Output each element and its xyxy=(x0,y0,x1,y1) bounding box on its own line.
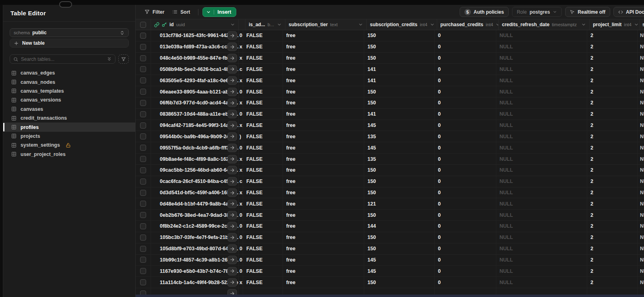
realtime-toggle-button[interactable]: Realtime off xyxy=(565,7,610,17)
cell-id[interactable]: 09cac5bb-1256-46bd-ab60-64ed... xyxy=(151,165,239,176)
cell-frag[interactable]: c xyxy=(239,64,243,75)
cell-refresh[interactable]: NULL xyxy=(496,120,587,131)
cell-is_admin[interactable]: FALSE xyxy=(243,30,283,41)
table-row[interactable]: 10b99c1f-4857-4c39-a8b1-263b8...0FALSEfr… xyxy=(136,255,644,266)
cell-is_admin[interactable]: FALSE xyxy=(243,165,283,176)
cell-limit[interactable]: 2 xyxy=(587,75,638,86)
cell-id[interactable]: 0d48e4d4-b1bf-4479-9a8b-4a4b... xyxy=(151,198,239,209)
cell-last[interactable]: NULL xyxy=(638,221,644,232)
row-checkbox[interactable] xyxy=(140,291,146,295)
cell-limit[interactable]: 2 xyxy=(587,221,638,232)
cell-purchased[interactable]: 0 xyxy=(435,75,496,86)
cell-frag[interactable]: x xyxy=(239,154,243,164)
cell-limit[interactable]: 2 xyxy=(587,198,638,209)
api-docs-button[interactable]: API Docs xyxy=(613,7,644,17)
table-row[interactable]: 09557f5a-0dcb-4cb9-a6fb-fff366...0FALSEf… xyxy=(136,142,644,154)
cell-tier[interactable]: free xyxy=(283,120,364,131)
table-row[interactable]: 013e039a-fd89-473a-a3c6-ccfa9...xFALSEfr… xyxy=(136,42,644,53)
cell-tier[interactable]: free xyxy=(283,53,364,64)
cell-last[interactable]: NULL xyxy=(638,255,644,266)
sidebar-item-profiles[interactable]: profiles xyxy=(3,123,135,131)
expand-row-button[interactable] xyxy=(227,31,237,40)
table-row[interactable]: 0508b94b-5ee2-4626-bca1-4bca...cFALSEfre… xyxy=(136,64,644,75)
cell-last[interactable] xyxy=(638,288,644,295)
cell-id[interactable]: 10b99c1f-4857-4c39-a8b1-263b8... xyxy=(151,255,239,266)
cell-frag[interactable]: 0 xyxy=(239,232,243,243)
row-checkbox[interactable] xyxy=(140,111,146,117)
cell-frag[interactable]: x xyxy=(239,277,243,288)
cell-is_admin[interactable]: FALSE xyxy=(243,75,283,86)
cell-sub_credits[interactable]: 150 xyxy=(364,176,435,187)
cell-sub_credits[interactable]: 145 xyxy=(364,142,435,153)
cell-id[interactable]: 1167e930-e5b0-43b7-b74c-788c9... xyxy=(151,266,239,276)
cell-id[interactable]: 08386537-10d4-488a-a11e-eb5a6... xyxy=(151,109,239,120)
cell-frag[interactable]: 0 xyxy=(239,221,243,232)
cell-purchased[interactable]: 0 xyxy=(435,86,496,97)
cell-tier[interactable]: free xyxy=(283,232,364,243)
row-checkbox[interactable] xyxy=(140,156,146,162)
cell-limit[interactable]: 2 xyxy=(587,187,638,198)
cell-purchased[interactable]: 0 xyxy=(435,266,496,276)
column-header-frag[interactable] xyxy=(239,19,246,30)
cell-last[interactable]: NULL xyxy=(638,266,644,276)
row-checkbox[interactable] xyxy=(140,33,146,39)
table-row[interactable]: 0f8b24e2-c1c2-4589-99ce-2c52d...0FALSEfr… xyxy=(136,221,644,232)
cell-sub_credits[interactable]: 150 xyxy=(364,98,435,108)
cell-is_admin[interactable]: FALSE xyxy=(243,176,283,187)
cell-limit[interactable]: 2 xyxy=(587,42,638,52)
cell-purchased[interactable]: 0 xyxy=(435,109,496,120)
cell-last[interactable]: NULL xyxy=(638,198,644,209)
cell-refresh[interactable]: NULL xyxy=(496,98,587,108)
cell-purchased[interactable]: 0 xyxy=(435,277,496,288)
cell-last[interactable]: NULL xyxy=(638,154,644,164)
cell-refresh[interactable]: NULL xyxy=(496,53,587,64)
cell-frag[interactable]: x xyxy=(239,187,243,198)
expand-row-button[interactable] xyxy=(227,155,237,163)
cell-refresh[interactable]: NULL xyxy=(496,42,587,52)
cell-refresh[interactable]: NULL xyxy=(496,210,587,220)
cell-last[interactable]: NULL xyxy=(638,53,644,64)
row-checkbox[interactable] xyxy=(140,212,146,218)
cell-id[interactable]: 013cf78d-1625-43fc-9961-442189... xyxy=(151,30,239,41)
cell-purchased[interactable]: 0 xyxy=(435,98,496,108)
cell-refresh[interactable]: NULL xyxy=(496,86,587,97)
search-tables-input[interactable] xyxy=(21,56,104,62)
cell-frag[interactable]: 0 xyxy=(239,109,243,120)
cell-is_admin[interactable]: FALSE xyxy=(243,154,283,164)
cell-tier[interactable]: free xyxy=(283,154,364,164)
cell-limit[interactable]: 2 xyxy=(587,210,638,220)
cell-is_admin[interactable]: FALSE xyxy=(243,42,283,52)
cell-frag[interactable]: x xyxy=(239,53,243,64)
row-checkbox[interactable] xyxy=(140,145,146,151)
cell-sub_credits[interactable]: 150 xyxy=(364,30,435,41)
cell-tier[interactable]: free xyxy=(283,86,364,97)
cell-last[interactable]: NULL xyxy=(638,277,644,288)
cell-frag[interactable]: c xyxy=(239,176,243,187)
cell-limit[interactable]: 2 xyxy=(587,120,638,131)
cell-tier[interactable]: free xyxy=(283,198,364,209)
row-checkbox[interactable] xyxy=(140,246,146,252)
cell-tier[interactable]: free xyxy=(283,75,364,86)
cell-last[interactable]: NULL xyxy=(638,165,644,176)
table-row[interactable] xyxy=(136,288,644,295)
cell-refresh[interactable]: NULL xyxy=(496,176,587,187)
expand-row-button[interactable] xyxy=(227,43,237,51)
cell-purchased[interactable]: 0 xyxy=(435,53,496,64)
cell-sub_credits[interactable]: 145 xyxy=(364,255,435,266)
cell-limit[interactable]: 2 xyxy=(587,154,638,164)
table-row[interactable]: 06eaee33-8905-4aaa-b121-ab552...0FALSEfr… xyxy=(136,86,644,98)
cell-id[interactable] xyxy=(151,288,239,295)
cell-refresh[interactable]: NULL xyxy=(496,266,587,276)
cell-limit[interactable]: 2 xyxy=(587,30,638,41)
column-header-refresh[interactable]: credits_refresh_datetimestamptz xyxy=(499,19,590,30)
cell-is_admin[interactable]: FALSE xyxy=(243,266,283,276)
cell-id[interactable]: 063505e5-4293-4faf-a18c-0e65b... xyxy=(151,75,239,86)
cell-tier[interactable]: free xyxy=(283,176,364,187)
cell-id[interactable]: 09b8ae4e-f48c-4f89-8a8c-1629b... xyxy=(151,154,239,164)
cell-limit[interactable]: 2 xyxy=(587,266,638,276)
cell-purchased[interactable]: 0 xyxy=(435,198,496,209)
cell-limit[interactable]: 2 xyxy=(587,277,638,288)
column-header-is_admin[interactable]: is_ad...b... xyxy=(246,19,285,30)
cell-sub_credits[interactable]: 150 xyxy=(364,232,435,243)
cell-is_admin[interactable]: FALSE xyxy=(243,232,283,243)
